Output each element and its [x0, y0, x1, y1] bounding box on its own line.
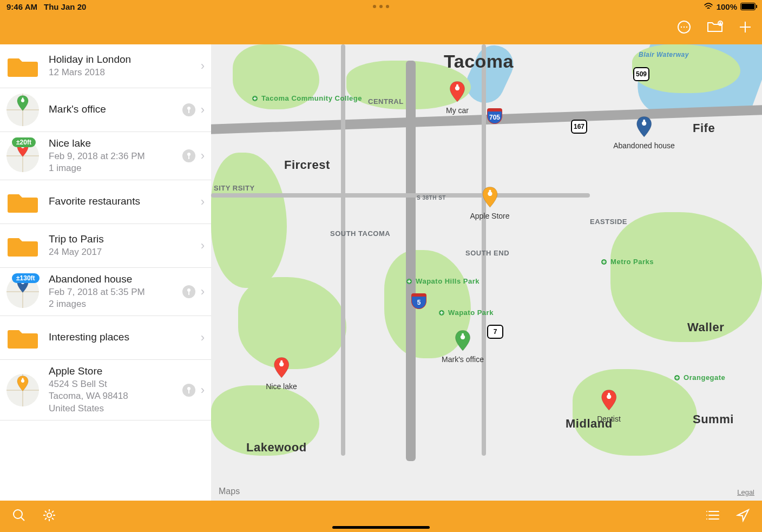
places-sidebar[interactable]: Holiday in London 12 Mars 2018 › Mark's … — [0, 44, 212, 501]
svg-rect-19 — [188, 291, 189, 295]
pin-indicator-icon — [182, 149, 195, 162]
chevron-right-icon: › — [201, 239, 205, 253]
map-label: Wapato Hills Park — [406, 277, 479, 285]
folder-icon — [6, 186, 39, 218]
map-pin-label: My car — [446, 106, 469, 115]
list-item[interactable]: ±20ft Nice lake Feb 9, 2018 at 2:36 PM1 … — [0, 132, 211, 180]
map-legal-link[interactable]: Legal — [737, 488, 754, 496]
svg-rect-9 — [188, 109, 189, 113]
svg-point-38 — [489, 190, 491, 192]
svg-point-48 — [14, 510, 22, 518]
list-item[interactable]: Interesting places › — [0, 316, 211, 360]
chevron-right-icon: › — [201, 285, 205, 299]
map-label: EASTSIDE — [590, 218, 627, 226]
status-date: Thu Jan 20 — [44, 2, 86, 11]
place-thumbnail — [6, 374, 39, 406]
map-pin[interactable]: Dentist — [597, 389, 621, 423]
item-title: Mark's office — [49, 103, 182, 115]
svg-point-7 — [22, 97, 23, 99]
svg-point-32 — [456, 84, 458, 87]
place-thumbnail — [6, 94, 39, 126]
new-folder-button[interactable] — [707, 21, 723, 36]
list-item[interactable]: Favorite restaurants › — [0, 180, 211, 224]
item-title: Interesting places — [49, 331, 198, 343]
svg-rect-14 — [188, 155, 189, 159]
status-time: 9:46 AM — [6, 2, 37, 11]
pin-indicator-icon — [182, 103, 195, 116]
map-label: Blair Waterway — [639, 51, 689, 58]
map-label: S 38TH ST — [417, 195, 446, 201]
map-label: Waller — [687, 320, 724, 334]
folder-icon — [6, 229, 39, 262]
map-label: Fife — [693, 121, 715, 135]
item-meta: 2 images — [49, 298, 182, 310]
nav-bar — [0, 13, 762, 45]
map-label: Tacoma Community College — [252, 94, 362, 102]
item-title: Holiday in London — [49, 54, 198, 65]
svg-point-35 — [643, 120, 645, 122]
add-button[interactable] — [738, 20, 752, 36]
item-address: Tacoma, WA 98418 — [49, 390, 182, 402]
map-pin-label: Nice lake — [266, 382, 297, 391]
svg-point-3 — [686, 27, 687, 28]
map-label: Summi — [693, 412, 734, 426]
map-city-label: Tacoma — [444, 51, 514, 72]
chevron-right-icon: › — [201, 195, 205, 209]
svg-rect-24 — [188, 390, 189, 393]
list-view-button[interactable] — [706, 509, 720, 523]
chevron-right-icon: › — [201, 331, 205, 345]
map-pin[interactable]: Abandoned house — [613, 115, 675, 150]
item-title: Apple Store — [49, 365, 182, 377]
item-address: 4524 S Bell St — [49, 378, 182, 390]
map-label: Orangegate — [674, 373, 725, 382]
item-title: Trip to Paris — [49, 233, 198, 245]
accuracy-badge: ±20ft — [12, 137, 36, 147]
chevron-right-icon: › — [201, 103, 205, 117]
wifi-icon — [704, 3, 713, 10]
list-item[interactable]: Trip to Paris 24 May 2017 › — [0, 224, 211, 268]
map-pin[interactable]: My car — [446, 80, 469, 115]
pin-indicator-icon — [182, 384, 195, 397]
pin-indicator-icon — [182, 285, 195, 298]
settings-button[interactable] — [42, 508, 56, 524]
map-attribution: Maps — [219, 487, 240, 496]
more-options-button[interactable] — [676, 19, 692, 37]
list-item[interactable]: Apple Store 4524 S Bell StTacoma, WA 984… — [0, 360, 211, 420]
status-bar: 9:46 AM Thu Jan 20 100% — [0, 0, 762, 13]
home-indicator[interactable] — [332, 526, 430, 529]
item-title: Favorite restaurants — [49, 195, 198, 207]
svg-point-2 — [684, 27, 685, 28]
locate-me-button[interactable] — [736, 508, 750, 524]
item-title: Abandoned house — [49, 273, 182, 285]
map-pin-label: Mark's office — [442, 355, 484, 364]
list-item[interactable]: ±130ft Abandoned house Feb 7, 2018 at 5:… — [0, 268, 211, 316]
highway-shield: 5 — [411, 293, 426, 309]
map-label: SOUTH END — [465, 249, 509, 257]
item-title: Nice lake — [49, 137, 182, 149]
item-subtitle: Feb 7, 2018 at 5:35 PM — [49, 286, 182, 298]
map-background — [211, 44, 762, 501]
list-item[interactable]: Mark's office › — [0, 88, 211, 132]
map-label: Lakewood — [246, 441, 307, 455]
item-subtitle: 24 May 2017 — [49, 246, 198, 258]
map-label: CENTRAL — [368, 97, 404, 106]
svg-point-47 — [608, 393, 610, 395]
map-label: SOUTH TACOMA — [330, 229, 390, 238]
map-pin[interactable]: Mark's office — [442, 329, 484, 364]
search-button[interactable] — [12, 508, 26, 524]
svg-point-49 — [47, 513, 51, 517]
multitask-dots-icon[interactable] — [373, 5, 389, 8]
map-view[interactable]: Tacoma CENTRAL Tacoma Community CollegeF… — [211, 44, 762, 501]
map-pin[interactable]: Apple Store — [470, 186, 509, 220]
map-label: Fircrest — [284, 158, 330, 172]
item-subtitle: 12 Mars 2018 — [49, 67, 198, 78]
map-label: sity rsity — [214, 184, 255, 192]
svg-point-22 — [22, 378, 23, 379]
map-pin[interactable]: Nice lake — [266, 356, 297, 391]
bottom-toolbar — [0, 501, 762, 532]
list-item[interactable]: Holiday in London 12 Mars 2018 › — [0, 44, 211, 88]
svg-point-1 — [681, 27, 682, 28]
battery-percent: 100% — [717, 2, 737, 11]
highway-shield: 167 — [571, 120, 587, 134]
item-meta: 1 image — [49, 162, 182, 174]
